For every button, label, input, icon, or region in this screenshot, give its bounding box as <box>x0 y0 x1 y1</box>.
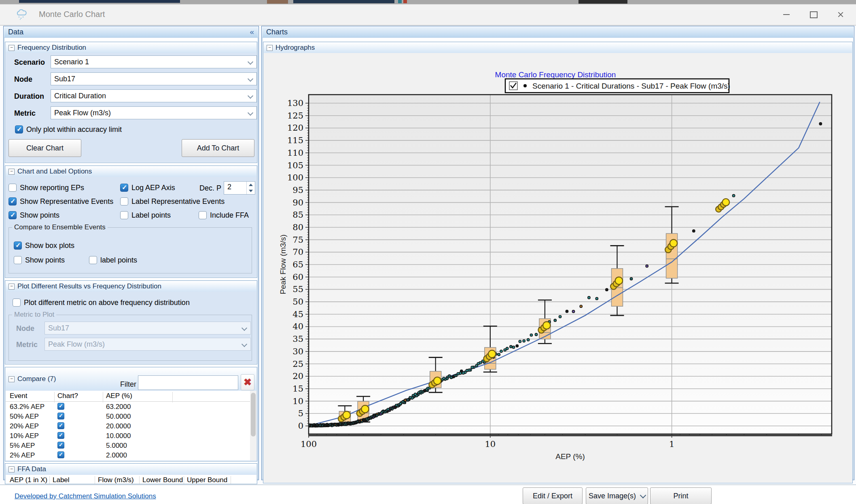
print-button[interactable]: Print <box>650 487 712 504</box>
section-title: Frequency Distribution <box>17 44 86 52</box>
ensemble-show-points-checkbox[interactable] <box>14 256 22 264</box>
spin-up-button[interactable] <box>247 182 255 188</box>
table-row: 50% AEP50.0000 <box>6 412 256 421</box>
column-header-aep[interactable]: AEP (%) <box>106 392 132 400</box>
chevron-down-icon <box>246 57 255 67</box>
chevron-down-icon <box>246 91 255 101</box>
column-header[interactable]: Flow (m3/s) <box>98 476 134 484</box>
show-points-row: Show points <box>8 210 59 220</box>
log-aep-axis-row: Log AEP Axis <box>120 183 175 193</box>
chevron-down-icon <box>640 492 646 498</box>
scenario-select[interactable]: Scenario 1 <box>51 55 257 68</box>
frequency-distribution-header[interactable]: − Frequency Distribution <box>6 42 256 53</box>
save-images-button[interactable]: Save Image(s) <box>586 487 648 504</box>
event-cell: 10% AEP <box>10 432 39 440</box>
spin-down-button[interactable] <box>247 188 255 195</box>
compare-scrollbar[interactable] <box>250 391 256 460</box>
table-row: 63.2% AEP63.2000 <box>6 402 256 412</box>
svg-text:5: 5 <box>298 409 303 418</box>
show-points-checkbox[interactable] <box>8 211 17 219</box>
node-label: Node <box>14 75 32 84</box>
svg-text:100: 100 <box>287 173 303 182</box>
only-plot-checkbox[interactable] <box>15 125 23 133</box>
svg-text:40: 40 <box>292 322 303 331</box>
svg-text:105: 105 <box>287 161 303 170</box>
dec-p-value: 2 <box>224 182 246 194</box>
metric-to-plot-title: Metric to Plot <box>12 311 56 319</box>
clear-filter-button[interactable]: ✖ <box>241 374 254 390</box>
plot-metric-select[interactable]: Peak Flow (m3/s) <box>44 338 251 351</box>
chart-checkbox[interactable] <box>57 403 64 410</box>
chart-legend: Scenario 1 - Critical Durations - Sub17 … <box>505 79 730 93</box>
plot-metric-label: Metric <box>16 341 38 349</box>
legend-label: Scenario 1 - Critical Durations - Sub17 … <box>532 82 730 90</box>
column-header[interactable]: Upper Bound <box>187 476 227 484</box>
plot-metric-value: Peak Flow (m3/s) <box>48 340 105 349</box>
maximize-button[interactable] <box>804 8 823 21</box>
filter-input[interactable] <box>138 375 238 390</box>
minimize-button[interactable] <box>777 8 796 21</box>
frequency-distribution-section: − Frequency Distribution Scenario Scenar… <box>5 42 257 163</box>
plot-different-metric-row: Plot different metric on above frequency… <box>13 298 190 307</box>
show-representative-events-checkbox[interactable] <box>8 197 17 205</box>
close-button[interactable] <box>831 8 850 21</box>
label-points-checkbox[interactable] <box>120 211 128 219</box>
footer-bar: Developed by Catchment Simulation Soluti… <box>0 485 856 504</box>
edit-export-button[interactable]: Edit / Export <box>523 487 583 504</box>
metric-select[interactable]: Peak Flow (m3/s) <box>51 106 257 119</box>
only-plot-label: Only plot within accuracy limit <box>26 125 122 134</box>
node-value: Sub17 <box>54 75 75 83</box>
dec-p-spinner[interactable]: 2 <box>224 181 255 195</box>
hydrographs-header[interactable]: − Hydrographs <box>264 42 852 53</box>
collapse-section-icon: − <box>8 45 15 51</box>
hydrographs-section: − Hydrographs 05101520253035404550556065… <box>263 42 853 483</box>
svg-text:10: 10 <box>292 396 303 406</box>
chart-checkbox[interactable] <box>57 451 64 458</box>
add-to-chart-button[interactable]: Add To Chart <box>182 139 254 157</box>
ffa-data-header[interactable]: − FFA Data <box>6 464 256 474</box>
collapse-panel-icon[interactable]: « <box>250 28 254 36</box>
column-header-chart[interactable]: Chart? <box>57 392 78 400</box>
column-header[interactable]: Label <box>53 476 70 484</box>
svg-text:65: 65 <box>292 260 303 269</box>
duration-value: Critical Duration <box>54 92 106 100</box>
label-representative-events-checkbox[interactable] <box>120 197 128 205</box>
show-box-plots-checkbox[interactable] <box>14 241 22 250</box>
duration-label: Duration <box>14 92 44 101</box>
background-window-fragment <box>578 0 627 4</box>
chart-checkbox[interactable] <box>57 432 64 439</box>
show-reporting-eps-checkbox[interactable] <box>8 184 17 192</box>
column-header[interactable]: Lower Bound <box>142 476 183 484</box>
legend-marker-dot <box>523 84 527 87</box>
svg-text:45: 45 <box>292 309 303 319</box>
svg-text:80: 80 <box>292 222 303 232</box>
ensemble-label-points-checkbox[interactable] <box>89 256 97 264</box>
scrollbar-thumb[interactable] <box>251 393 256 436</box>
chart-checkbox[interactable] <box>57 422 64 429</box>
node-select[interactable]: Sub17 <box>51 72 257 85</box>
data-panel-header: Data « <box>4 27 258 38</box>
plot-different-header[interactable]: − Plot Different Results vs Frequency Di… <box>6 281 256 292</box>
include-ffa-checkbox[interactable] <box>199 211 207 219</box>
event-cell: 2% AEP <box>10 451 35 460</box>
table-row: 10% AEP10.0000 <box>6 431 256 441</box>
plot-node-select[interactable]: Sub17 <box>44 322 251 335</box>
collapse-section-icon: − <box>8 284 15 290</box>
column-header[interactable]: AEP (1 in X) <box>10 476 47 484</box>
title-bar: Monte Carlo Chart <box>0 4 856 25</box>
clear-chart-button[interactable]: Clear Chart <box>8 139 81 157</box>
svg-text:85: 85 <box>292 210 303 220</box>
plot-different-metric-checkbox[interactable] <box>13 299 21 307</box>
chart-checkbox[interactable] <box>57 442 64 449</box>
scenario-label: Scenario <box>14 58 45 67</box>
log-aep-axis-checkbox[interactable] <box>120 184 128 192</box>
metric-value: Peak Flow (m3/s) <box>54 109 111 117</box>
event-cell: 5% AEP <box>10 442 35 450</box>
svg-text:125: 125 <box>287 111 303 121</box>
chart-label-options-header[interactable]: − Chart and Label Options <box>6 166 256 177</box>
chart-checkbox[interactable] <box>57 413 64 419</box>
duration-select[interactable]: Critical Duration <box>51 89 257 102</box>
developer-link[interactable]: Developed by Catchment Simulation Soluti… <box>15 492 156 500</box>
collapse-section-icon: − <box>8 466 15 472</box>
column-header-event[interactable]: Event <box>10 392 27 400</box>
